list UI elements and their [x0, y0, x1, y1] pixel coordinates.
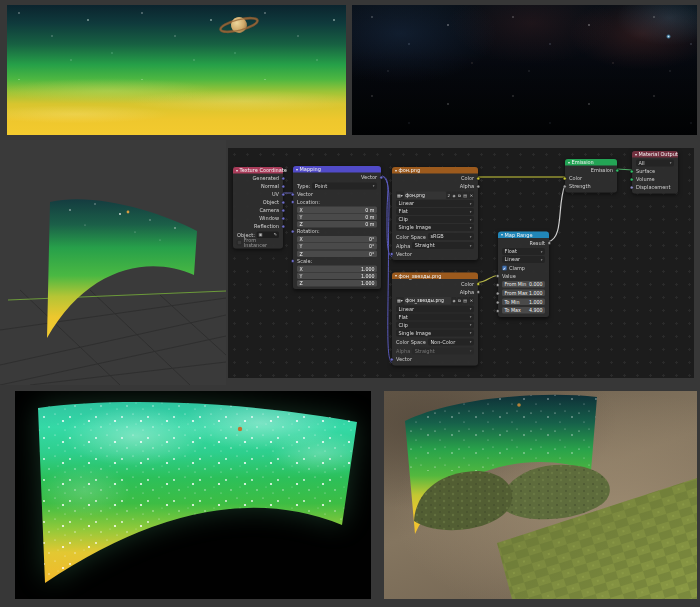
checkbox-checked[interactable]: ✔	[502, 266, 507, 271]
data-type-dropdown[interactable]: Float▾	[502, 248, 545, 255]
node-texture-coordinate[interactable]: ▾ Texture Coordinate Generated Normal UV…	[233, 167, 283, 249]
source-dropdown[interactable]: Single Image▾	[396, 330, 474, 337]
color-space-dropdown[interactable]: sRGB▾	[428, 233, 474, 240]
shader-node-editor[interactable]: ▾ Texture Coordinate Generated Normal UV…	[228, 148, 694, 378]
projection-dropdown[interactable]: Flat▾	[396, 208, 474, 215]
collapse-icon[interactable]: ▾	[395, 167, 397, 174]
rotation-z-field[interactable]: Z0°	[297, 250, 377, 257]
image-selector[interactable]: ▦▾ фон_звезды.png ◈ ⧉ ▤ ✕	[396, 297, 474, 305]
source-dropdown[interactable]: Single Image▾	[396, 224, 474, 231]
output-emission[interactable]: Emission	[569, 167, 613, 175]
copy-icon[interactable]: ⧉	[457, 192, 462, 200]
node-emission[interactable]: ▾ Emission Emission Color Strength	[565, 159, 617, 193]
location-x-field[interactable]: X0 m	[297, 206, 377, 213]
alpha-dropdown[interactable]: Straight▾	[412, 242, 474, 249]
socket-shader[interactable]	[630, 178, 634, 182]
socket-shader[interactable]	[630, 170, 634, 174]
socket-vector[interactable]	[282, 185, 286, 189]
collapse-icon[interactable]: ▾	[635, 151, 637, 158]
interpolation-dropdown[interactable]: Linear▾	[396, 200, 474, 207]
from-max-field[interactable]: From Max1.000	[502, 290, 545, 297]
scale-z-field[interactable]: Z1.000	[297, 280, 377, 287]
open-folder-icon[interactable]: ▤	[462, 192, 468, 200]
socket-vector[interactable]	[380, 176, 384, 180]
users-count[interactable]: 2	[446, 192, 451, 200]
socket-vector[interactable]	[282, 225, 286, 229]
node-image-texture-stars[interactable]: ▾ фон_звезды.png Color Alpha ▦▾ фон_звез…	[392, 273, 478, 366]
node-header[interactable]: ▾ Texture Coordinate	[233, 167, 283, 174]
socket-value[interactable]	[477, 290, 481, 294]
output-result[interactable]: Result	[502, 239, 545, 247]
alpha-dropdown[interactable]: Straight▾	[412, 348, 474, 355]
viewport-3d[interactable]	[0, 140, 226, 385]
output-color[interactable]: Color	[396, 175, 474, 183]
image-name[interactable]: фон_звезды.png	[404, 297, 451, 305]
node-material-output[interactable]: ▾ Material Output All▾ Surface Volume Di…	[632, 151, 678, 194]
copy-icon[interactable]: ⧉	[457, 297, 462, 305]
output-normal[interactable]: Normal	[237, 183, 279, 191]
collapse-icon[interactable]: ▾	[236, 167, 238, 174]
node-map-range[interactable]: ▾ Map Range Result Float▾ Linear▾ ✔ Clam…	[498, 232, 549, 318]
color-space-dropdown[interactable]: Non-Color▾	[428, 339, 474, 346]
socket-vector[interactable]	[630, 186, 634, 190]
extension-dropdown[interactable]: Clip▾	[396, 216, 474, 223]
rotation-y-field[interactable]: Y0°	[297, 243, 377, 250]
input-vector[interactable]: Vector	[396, 250, 474, 258]
socket-value[interactable]	[496, 283, 500, 287]
socket-vector[interactable]	[291, 200, 295, 204]
interpolation-dropdown[interactable]: Linear▾	[502, 256, 545, 263]
socket-value[interactable]	[496, 309, 500, 313]
socket-vector[interactable]	[282, 201, 286, 205]
output-object[interactable]: Object	[237, 199, 279, 207]
scale-x-field[interactable]: X1.000	[297, 265, 377, 272]
image-name[interactable]: фон.png	[404, 192, 446, 200]
socket-vector[interactable]	[390, 358, 394, 362]
node-mapping[interactable]: ▾ Mapping Vector Type: Point▾ Vector Loc…	[293, 166, 381, 289]
socket-value[interactable]	[548, 241, 552, 245]
from-min-field[interactable]: From Min0.000	[502, 281, 545, 288]
projection-dropdown[interactable]: Flat▾	[396, 314, 474, 321]
to-max-field[interactable]: To Max4.900	[502, 307, 545, 314]
type-dropdown[interactable]: Point▾	[312, 183, 377, 190]
fake-user-icon[interactable]: ◈	[451, 192, 456, 200]
clamp-row[interactable]: ✔ Clamp	[502, 264, 545, 272]
input-displacement[interactable]: Displacement	[636, 184, 674, 192]
output-color[interactable]: Color	[396, 280, 474, 288]
socket-color[interactable]	[477, 177, 481, 181]
socket-value[interactable]	[477, 185, 481, 189]
image-selector[interactable]: ▦▾ фон.png 2 ◈ ⧉ ▤ ✕	[396, 192, 474, 200]
socket-vector[interactable]	[291, 259, 295, 263]
output-alpha[interactable]: Alpha	[396, 288, 474, 296]
open-folder-icon[interactable]: ▤	[462, 297, 468, 305]
socket-value[interactable]	[496, 292, 500, 296]
socket-vector[interactable]	[282, 177, 286, 181]
fake-user-icon[interactable]: ◈	[451, 297, 456, 305]
input-vector[interactable]: Vector	[297, 191, 377, 199]
scale-y-field[interactable]: Y1.000	[297, 273, 377, 280]
output-window[interactable]: Window	[237, 215, 279, 223]
socket-vector[interactable]	[291, 230, 295, 234]
socket-vector[interactable]	[390, 252, 394, 256]
socket-vector[interactable]	[282, 193, 286, 197]
socket-shader[interactable]	[616, 169, 620, 173]
unlink-icon[interactable]: ✕	[469, 192, 474, 200]
unlink-icon[interactable]: ✕	[469, 297, 474, 305]
location-z-field[interactable]: Z0 m	[297, 221, 377, 228]
output-reflection[interactable]: Reflection	[237, 223, 279, 231]
from-instancer-row[interactable]: From Instancer	[237, 239, 279, 247]
extension-dropdown[interactable]: Clip▾	[396, 322, 474, 329]
output-uv[interactable]: UV	[237, 191, 279, 199]
collapse-icon[interactable]: ▾	[568, 159, 570, 166]
input-color[interactable]: Color	[569, 175, 613, 183]
output-alpha[interactable]: Alpha	[396, 183, 474, 191]
rotation-x-field[interactable]: X0°	[297, 236, 377, 243]
socket-color[interactable]	[477, 282, 481, 286]
image-icon[interactable]: ▦▾	[396, 192, 404, 200]
location-y-field[interactable]: Y0 m	[297, 214, 377, 221]
socket-vector[interactable]	[282, 209, 286, 213]
input-vector[interactable]: Vector	[396, 356, 474, 364]
input-surface[interactable]: Surface	[636, 168, 674, 176]
socket-value[interactable]	[563, 185, 567, 189]
socket-vector[interactable]	[291, 193, 295, 197]
socket-value[interactable]	[496, 274, 500, 278]
